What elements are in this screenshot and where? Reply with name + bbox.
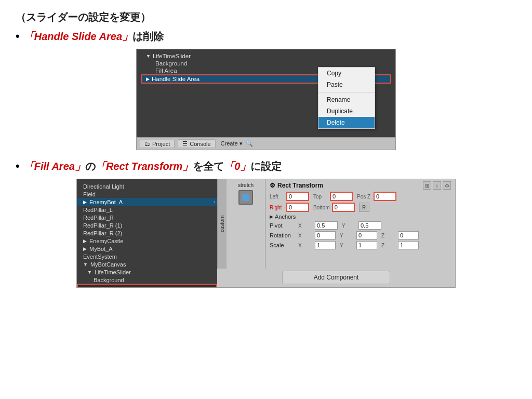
ss2-hierarchy: Directional Light Field ▶ EnemyBot_A › R…: [77, 179, 217, 287]
bullet2-text: 「Fill Area」の「Rect Transform」を全て「0」に設定: [24, 159, 282, 174]
ss1-bottom-bar: 🗂 Project ☰ Console Create ▾ 🔍: [137, 137, 395, 150]
rect-icon-btn1[interactable]: ⊞: [423, 181, 431, 190]
rect-gear-btn[interactable]: ⚙: [443, 181, 451, 190]
ss2-inspector: custom stretch ⚙ Rect Transform: [217, 179, 455, 287]
b2-no3: に設定: [250, 161, 282, 172]
b2-pre2: 「: [96, 161, 106, 172]
tree2-fillarea[interactable]: ▶ Fill Area: [77, 284, 217, 287]
context-duplicate[interactable]: Duplicate: [318, 105, 375, 117]
ss2-inspector-top: custom stretch ⚙ Rect Transform: [217, 179, 455, 269]
field-group-2: Right Bottom R: [270, 203, 369, 212]
context-rename[interactable]: Rename: [318, 94, 375, 105]
bullet1-highlight: Handle Slide Area: [34, 31, 122, 42]
add-component-button[interactable]: Add Component: [282, 271, 391, 284]
tab-project-icon: 🗂: [144, 141, 150, 147]
anchors-label: ▶ Anchors: [270, 214, 298, 220]
b2-no2: を全て: [193, 161, 224, 172]
arrow-enemybot: ▶: [83, 200, 87, 205]
label-redpillarr: RedPillar_R: [83, 215, 114, 221]
r-btn[interactable]: R: [359, 203, 369, 212]
label-enemycastle: EnemyCastle: [89, 238, 123, 244]
arrow-mybota: ▶: [83, 246, 87, 251]
field-row-2: Right Bottom R: [270, 203, 451, 212]
pivot-x-label: X: [298, 223, 313, 229]
input-rot-y[interactable]: [356, 231, 377, 240]
heading: （スライダーの設定を変更）: [16, 10, 516, 24]
input-scale-z[interactable]: [398, 241, 419, 249]
stretch-label: stretch: [238, 182, 254, 188]
col-top-label: Top: [313, 194, 328, 200]
tab-console[interactable]: ☰ Console: [178, 139, 215, 148]
rect-transform-title: ⚙ Rect Transform: [270, 182, 323, 189]
expand-icon: ›: [214, 199, 215, 205]
input-left[interactable]: [286, 192, 309, 201]
add-component-area: Add Component: [217, 269, 455, 287]
label-enemybot: EnemyBot_A: [89, 199, 123, 205]
input-scale-x[interactable]: [315, 241, 336, 249]
input-rot-z[interactable]: [398, 231, 419, 240]
label-lifetimeslider: LifeTimeSlider: [153, 53, 191, 59]
bullet-dot-2: •: [16, 159, 20, 173]
scale-group: X Y Z: [298, 241, 419, 249]
col-bottom-label: Bottom: [313, 205, 330, 210]
col-posz-label: Pos Z: [357, 194, 371, 200]
input-pivot-x[interactable]: [315, 221, 338, 230]
tree-item-lifetimeslider: ▼ LifeTimeSlider: [141, 52, 391, 60]
rotation-row: Rotation X Y Z: [270, 231, 451, 240]
b2-post1: 」: [75, 161, 85, 172]
input-rot-x[interactable]: [315, 231, 336, 240]
anchors-row: ▶ Anchors: [270, 214, 451, 220]
tree2-field: Field: [77, 190, 217, 198]
tab-console-label: Console: [190, 141, 210, 147]
custom-label: custom: [217, 179, 227, 269]
fields-section: ⚙ Rect Transform ⊞ ↕ ⚙ Left: [265, 179, 455, 269]
context-divider: [318, 92, 375, 92]
context-paste[interactable]: Paste: [318, 79, 375, 90]
rect-icon-btn2[interactable]: ↕: [433, 181, 441, 190]
label-eventsystem: EventSystem: [83, 254, 117, 260]
arrow-lifetimeslider2: ▼: [87, 270, 92, 275]
label-fillarea: Fill Area: [155, 68, 177, 74]
tree2-lifetimeslider: ▼ LifeTimeSlider: [77, 268, 217, 276]
tree2-redpillarr: RedPillar_R: [77, 214, 217, 221]
screenshot1-container: ▼ LifeTimeSlider Background Fill Area ▶ …: [16, 49, 516, 150]
input-pivot-y[interactable]: [358, 221, 381, 230]
stretch-section: stretch: [227, 179, 265, 269]
rot-y-label: Y: [340, 233, 354, 238]
label-redpillarr2: RedPillar_R (2): [83, 230, 122, 236]
rect-icon[interactable]: [238, 190, 253, 205]
b2-no1: の: [85, 161, 96, 172]
arrow-enemycastle: ▶: [83, 238, 87, 244]
tab-console-icon: ☰: [182, 140, 188, 147]
field-row-1: Left Top Pos Z: [270, 192, 451, 201]
arrow-handle: ▶: [146, 76, 150, 82]
search-icon[interactable]: 🔍: [246, 140, 253, 147]
scale-label: Scale: [270, 242, 298, 248]
context-delete[interactable]: Delete: [318, 117, 375, 128]
screenshot1: ▼ LifeTimeSlider Background Fill Area ▶ …: [136, 49, 396, 150]
input-scale-y[interactable]: [356, 241, 377, 249]
tree2-redpillarr2: RedPillar_R (2): [77, 229, 217, 237]
create-label[interactable]: Create ▾: [221, 140, 243, 147]
bullet1: • 「Handle Slide Area」は削除: [16, 30, 516, 44]
col-right-label: Right: [270, 205, 284, 210]
rect-inner: [242, 194, 249, 201]
input-right[interactable]: [286, 203, 309, 212]
tree2-mybota: ▶ MyBot_A: [77, 245, 217, 252]
anchors-arrow: ▶: [270, 214, 273, 219]
label-redpillarr1: RedPillar_R (1): [83, 222, 122, 229]
arrow-fillarea: ▶: [95, 286, 98, 288]
tab-project[interactable]: 🗂 Project: [140, 140, 175, 148]
tree2-enemybot[interactable]: ▶ EnemyBot_A ›: [77, 198, 217, 206]
label-background: Background: [155, 60, 187, 66]
input-top[interactable]: [330, 192, 353, 201]
scale-x-label: X: [298, 243, 313, 248]
header-icons: ⊞ ↕ ⚙: [423, 181, 451, 190]
b2-post3: 」: [240, 161, 250, 172]
rect-transform-icon: ⚙: [270, 182, 275, 189]
input-bottom[interactable]: [332, 203, 355, 212]
label-mybotcanvas: MyBotCanvas: [90, 261, 126, 268]
context-copy[interactable]: Copy: [318, 68, 375, 79]
tree2-redpillarr1: RedPillar_R (1): [77, 221, 217, 229]
input-posz[interactable]: [374, 192, 396, 201]
